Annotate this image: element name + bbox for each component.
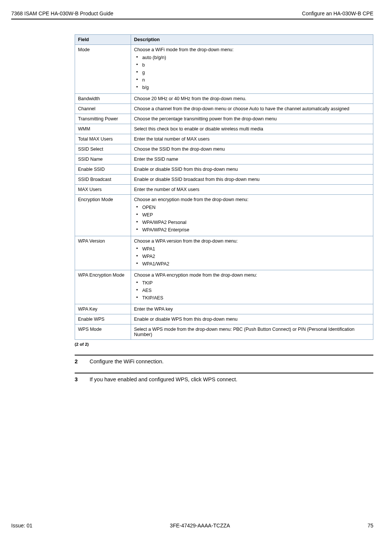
table-row: Channel Choose a channel from the drop-d… [75, 104, 373, 114]
cell-field: Channel [75, 104, 131, 114]
cell-description: Choose the percentage transmitting power… [131, 114, 373, 124]
option-list: WPA1 WPA2 WPA1/WPA2 [134, 245, 370, 268]
step-number: 3 [75, 376, 90, 382]
header-rule [11, 19, 373, 19]
list-item: n [134, 76, 370, 84]
footer-right: 75 [367, 523, 373, 529]
table-row: WPS Mode Select a WPS mode from the drop… [75, 324, 373, 340]
desc-intro: Choose an encryption mode from the drop-… [134, 197, 248, 202]
cell-field: SSID Select [75, 144, 131, 154]
cell-field: WMM [75, 124, 131, 134]
option-list: TKIP AES TKIP/AES [134, 279, 370, 302]
cell-description: Choose a WPA encryption mode from the dr… [131, 270, 373, 304]
cell-field: WPA Encryption Mode [75, 270, 131, 304]
list-item: g [134, 69, 370, 76]
table-row: Transmitting Power Choose the percentage… [75, 114, 373, 124]
table-row: Total MAX Users Enter the total number o… [75, 134, 373, 144]
table-row: Bandwidth Choose 20 MHz or 40 MHz from t… [75, 94, 373, 104]
table-row: SSID Broadcast Enable or disable SSID br… [75, 175, 373, 185]
header-left: 7368 ISAM CPE HA-030W-B Product Guide [11, 10, 113, 16]
list-item: auto (b/g/n) [134, 54, 370, 61]
list-item: OPEN [134, 204, 370, 211]
cell-description: Enter the SSID name [131, 154, 373, 164]
table-header-row: Field Description [75, 35, 373, 45]
list-item: WPA/WPA2 Personal [134, 219, 370, 226]
cell-field: Transmitting Power [75, 114, 131, 124]
list-item: WPA1 [134, 245, 370, 253]
table-row: WPA Version Choose a WPA version from th… [75, 236, 373, 270]
cell-field: WPS Mode [75, 324, 131, 340]
cell-description: Enter the WPA key [131, 304, 373, 314]
th-description: Description [131, 35, 373, 45]
table-row: WPA Encryption Mode Choose a WPA encrypt… [75, 270, 373, 304]
cell-description: Enter the total number of MAX users [131, 134, 373, 144]
cell-description: Enable or disable WPS from this drop-dow… [131, 314, 373, 324]
cell-field: WPA Version [75, 236, 131, 270]
option-list: OPEN WEP WPA/WPA2 Personal WPA/WPA2 Ente… [134, 204, 370, 234]
list-item: b [134, 61, 370, 69]
list-item: WEP [134, 211, 370, 219]
parameters-table: Field Description Mode Choose a WiFi mod… [75, 34, 373, 340]
list-item: WPA1/WPA2 [134, 260, 370, 268]
header-right: Configure an HA-030W-B CPE [302, 10, 373, 16]
table-row: Mode Choose a WiFi mode from the drop-do… [75, 45, 373, 94]
cell-field: WPA Key [75, 304, 131, 314]
cell-description: Choose a WPA version from the drop-down … [131, 236, 373, 270]
step-3: 3 If you have enabled and configured WPS… [75, 376, 373, 382]
list-item: WPA2 [134, 253, 370, 260]
cell-description: Enter the number of MAX users [131, 185, 373, 195]
step-block: 3 If you have enabled and configured WPS… [75, 373, 373, 382]
footer-left: Issue: 01 [11, 523, 32, 529]
list-item: TKIP [134, 279, 370, 287]
cell-field: Total MAX Users [75, 134, 131, 144]
desc-intro: Choose a WiFi mode from the drop-down me… [134, 47, 234, 52]
list-item: WPA/WPA2 Enterprise [134, 226, 370, 234]
page-header: 7368 ISAM CPE HA-030W-B Product Guide Co… [11, 10, 373, 19]
cell-description: Choose the SSID from the drop-down menu [131, 144, 373, 154]
cell-description: Choose an encryption mode from the drop-… [131, 195, 373, 236]
option-list: auto (b/g/n) b g n b/g [134, 54, 370, 91]
th-field: Field [75, 35, 131, 45]
cell-field: Mode [75, 45, 131, 94]
cell-description: Choose 20 MHz or 40 MHz from the drop-do… [131, 94, 373, 104]
step-text: Configure the WiFi connection. [90, 358, 164, 364]
cell-field: SSID Broadcast [75, 175, 131, 185]
step-block: 2 Configure the WiFi connection. [75, 355, 373, 364]
table-row: WPA Key Enter the WPA key [75, 304, 373, 314]
desc-intro: Choose a WPA version from the drop-down … [134, 238, 238, 244]
table-row: Encryption Mode Choose an encryption mod… [75, 195, 373, 236]
table-row: Enable WPS Enable or disable WPS from th… [75, 314, 373, 324]
cell-description: Choose a WiFi mode from the drop-down me… [131, 45, 373, 94]
table-row: SSID Name Enter the SSID name [75, 154, 373, 164]
main-content: Field Description Mode Choose a WiFi mod… [75, 34, 373, 515]
cell-description: Select a WPS mode from the drop-down men… [131, 324, 373, 340]
cell-description: Select this check box to enable or disab… [131, 124, 373, 134]
cell-field: SSID Name [75, 154, 131, 164]
table-row: WMM Select this check box to enable or d… [75, 124, 373, 134]
footer-center: 3FE-47429-AAAA-TCZZA [170, 523, 230, 529]
table-row: MAX Users Enter the number of MAX users [75, 185, 373, 195]
cell-description: Choose a channel from the drop-down menu… [131, 104, 373, 114]
cell-description: Enable or disable SSID from this drop-do… [131, 164, 373, 175]
page-footer: Issue: 01 3FE-47429-AAAA-TCZZA 75 [11, 515, 373, 529]
desc-intro: Choose a WPA encryption mode from the dr… [134, 272, 257, 278]
step-text: If you have enabled and configured WPS, … [90, 376, 237, 382]
cell-description: Enable or disable SSID broadcast from th… [131, 175, 373, 185]
list-item: AES [134, 287, 370, 294]
table-row: Enable SSID Enable or disable SSID from … [75, 164, 373, 175]
step-number: 2 [75, 358, 90, 364]
list-item: TKIP/AES [134, 294, 370, 302]
cell-field: Enable SSID [75, 164, 131, 175]
list-item: b/g [134, 84, 370, 91]
cell-field: Enable WPS [75, 314, 131, 324]
table-row: SSID Select Choose the SSID from the dro… [75, 144, 373, 154]
cell-field: Bandwidth [75, 94, 131, 104]
step-2: 2 Configure the WiFi connection. [75, 358, 373, 364]
cell-field: Encryption Mode [75, 195, 131, 236]
table-pager: (2 of 2) [75, 342, 373, 346]
cell-field: MAX Users [75, 185, 131, 195]
